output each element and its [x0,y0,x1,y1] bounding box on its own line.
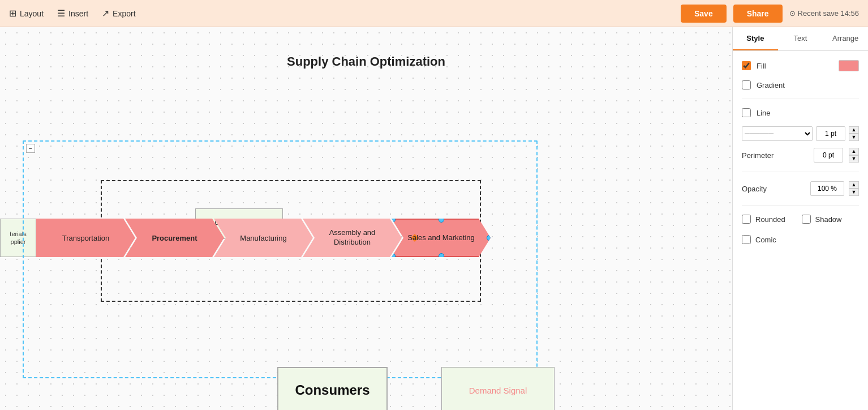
collapse-button[interactable]: − [26,144,35,153]
opacity-spinner: ▲ ▼ [849,181,859,196]
shadow-row: Shadow [802,215,860,224]
toolbar: ⊞ Layout ☰ Insert ↗ Export Save Share ⊙ … [0,0,868,27]
clock-icon: ⊙ [789,9,796,18]
insert-label: Insert [68,9,88,18]
perimeter-pt-down[interactable]: ▼ [849,155,859,163]
assembly-label: Assembly and Distribution [303,228,402,247]
fill-color-swatch[interactable] [839,60,859,71]
opacity-row: Opacity ▲ ▼ [742,181,859,196]
export-menu[interactable]: ↗ Export [102,8,135,19]
tab-text[interactable]: Text [778,27,823,50]
divider-3 [742,205,859,206]
opacity-down[interactable]: ▼ [849,189,859,196]
canvas[interactable]: Supply Chain Optimization terialspplier … [0,27,732,410]
share-button[interactable]: Share [733,5,783,23]
line-style-dropdown[interactable]: ────── - - - - ········ [742,126,813,141]
layout-menu[interactable]: ⊞ Layout [9,8,44,19]
divider-1 [742,99,859,99]
fill-row: Fill [742,60,859,71]
container-outer[interactable]: − [23,140,538,378]
line-selector-row: ────── - - - - ········ ▲ ▼ [742,126,859,141]
rounded-row: Rounded [742,215,800,224]
toolbar-right: Save Share ⊙ Recent save 14:56 [681,5,859,23]
layout-icon: ⊞ [9,8,16,19]
line-pt-input[interactable] [816,126,845,141]
tab-arrange[interactable]: Arrange [823,27,868,50]
line-label: Line [757,109,859,117]
insert-icon: ☰ [57,8,65,19]
sales-label: Sales and Marketing [398,233,484,243]
gradient-checkbox[interactable] [742,80,751,89]
panel-content: Fill Gradient Line ────── - - - - ······… [733,51,868,410]
chevron-assembly[interactable]: Assembly and Distribution [303,219,402,257]
procurement-label: Procurement [147,234,201,242]
fill-checkbox[interactable] [742,61,751,70]
save-button[interactable]: Save [681,5,727,23]
perimeter-label: Perimeter [742,151,808,160]
shadow-label: Shadow [815,215,842,224]
line-row: Line [742,108,859,117]
rounded-checkbox[interactable] [742,215,751,224]
chevron-transportation[interactable]: Transportation [36,219,135,257]
tab-style[interactable]: Style [733,27,778,50]
divider-2 [742,172,859,172]
line-pt-spinner: ▲ ▼ [849,126,859,141]
perimeter-pt-spinner: ▲ ▼ [849,148,859,163]
perimeter-pt-input[interactable] [814,148,843,163]
gradient-row: Gradient [742,80,859,89]
line-pt-down[interactable]: ▼ [849,134,859,141]
comic-label: Comic [755,236,776,244]
consumers-label: Consumers [295,382,369,398]
diagram-title: Supply Chain Optimization [287,54,445,69]
line-pt-up[interactable]: ▲ [849,126,859,134]
layout-label: Layout [20,9,44,18]
demand-signal-box[interactable]: Demand Signal [441,367,555,410]
perimeter-row: Perimeter ▲ ▼ [742,148,859,163]
demand-signal-label: Demand Signal [469,386,527,395]
right-panel: Style Text Arrange Fill Gradient Line [732,27,868,410]
chevron-manufacturing[interactable]: Manufacturing [214,219,313,257]
line-checkbox[interactable] [742,108,751,117]
chevrons-row: Transportation Procurement Manufacturing… [36,219,491,257]
gradient-label: Gradient [757,81,859,89]
style-options: Rounded Shadow [742,215,859,230]
chevron-procurement[interactable]: Procurement [125,219,224,257]
recent-save: ⊙ Recent save 14:56 [789,9,859,18]
panel-tabs: Style Text Arrange [733,27,868,51]
opacity-up[interactable]: ▲ [849,181,859,189]
chevron-sales[interactable]: Sales and Marketing [392,219,491,257]
rounded-label: Rounded [755,215,785,224]
transportation-label: Transportation [58,234,114,242]
comic-row: Comic [742,235,859,244]
main-area: Supply Chain Optimization terialspplier … [0,27,868,410]
perimeter-pt-up[interactable]: ▲ [849,148,859,155]
shadow-checkbox[interactable] [802,215,811,224]
manufacturing-label: Manufacturing [235,234,291,242]
fill-label: Fill [757,62,833,70]
recent-save-text: Recent save 14:56 [798,9,859,18]
opacity-label: Opacity [742,185,806,193]
export-icon: ↗ [102,8,109,19]
insert-menu[interactable]: ☰ Insert [57,8,88,19]
export-label: Export [113,9,135,18]
comic-checkbox[interactable] [742,235,751,244]
opacity-input[interactable] [810,181,844,196]
consumers-box[interactable]: Consumers [277,367,388,410]
